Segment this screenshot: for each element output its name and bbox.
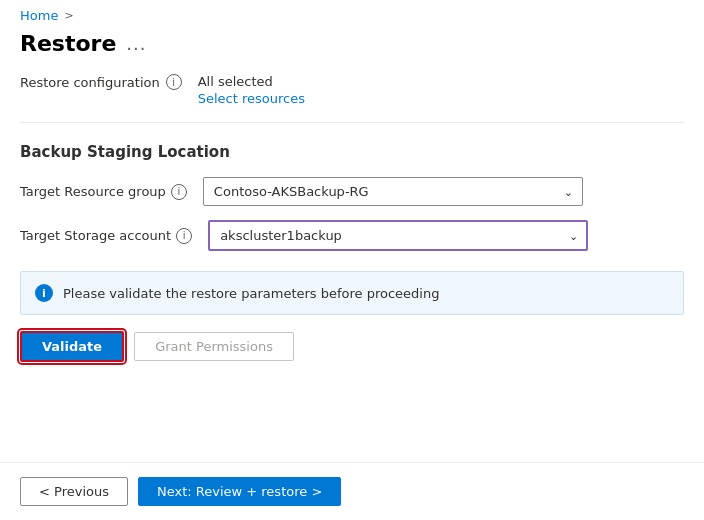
target-resource-group-select[interactable]: Contoso-AKSBackup-RG	[203, 177, 583, 206]
target-storage-account-select[interactable]: akscluster1backup	[208, 220, 588, 251]
target-resource-group-info-icon[interactable]: i	[171, 184, 187, 200]
previous-button[interactable]: < Previous	[20, 477, 128, 506]
select-resources-link[interactable]: Select resources	[198, 91, 305, 106]
target-resource-group-row: Target Resource group i Contoso-AKSBacku…	[20, 177, 684, 206]
page-container: Home > Restore ... Restore configuration…	[0, 0, 704, 520]
action-button-row: Validate Grant Permissions	[20, 331, 684, 362]
target-storage-account-info-icon[interactable]: i	[176, 228, 192, 244]
restore-config-row: Restore configuration i All selected Sel…	[20, 64, 684, 123]
grant-permissions-button[interactable]: Grant Permissions	[134, 332, 294, 361]
target-resource-group-text: Target Resource group	[20, 184, 166, 199]
restore-config-label: Restore configuration i	[20, 74, 182, 90]
target-storage-account-text: Target Storage account	[20, 228, 171, 243]
target-resource-group-label: Target Resource group i	[20, 184, 187, 200]
breadcrumb-chevron-icon: >	[64, 9, 73, 22]
next-button[interactable]: Next: Review + restore >	[138, 477, 341, 506]
info-banner: i Please validate the restore parameters…	[20, 271, 684, 315]
target-resource-group-dropdown-wrapper: Contoso-AKSBackup-RG ⌄	[203, 177, 583, 206]
restore-config-values: All selected Select resources	[198, 74, 305, 106]
backup-staging-section: Backup Staging Location Target Resource …	[20, 143, 684, 251]
target-storage-account-row: Target Storage account i akscluster1back…	[20, 220, 684, 251]
page-header: Restore ...	[0, 27, 704, 64]
footer-bar: < Previous Next: Review + restore >	[0, 462, 704, 520]
info-banner-icon: i	[35, 284, 53, 302]
info-banner-text: Please validate the restore parameters b…	[63, 286, 439, 301]
restore-config-text: Restore configuration	[20, 75, 160, 90]
target-storage-account-dropdown-wrapper: akscluster1backup ⌄	[208, 220, 588, 251]
breadcrumb: Home >	[0, 0, 704, 27]
all-selected-text: All selected	[198, 74, 305, 89]
target-storage-account-label: Target Storage account i	[20, 228, 192, 244]
backup-staging-title: Backup Staging Location	[20, 143, 684, 161]
ellipsis-menu-button[interactable]: ...	[126, 33, 146, 54]
breadcrumb-home-link[interactable]: Home	[20, 8, 58, 23]
restore-config-info-icon[interactable]: i	[166, 74, 182, 90]
page-title: Restore	[20, 31, 116, 56]
validate-button[interactable]: Validate	[20, 331, 124, 362]
content-area: Restore configuration i All selected Sel…	[0, 64, 704, 462]
